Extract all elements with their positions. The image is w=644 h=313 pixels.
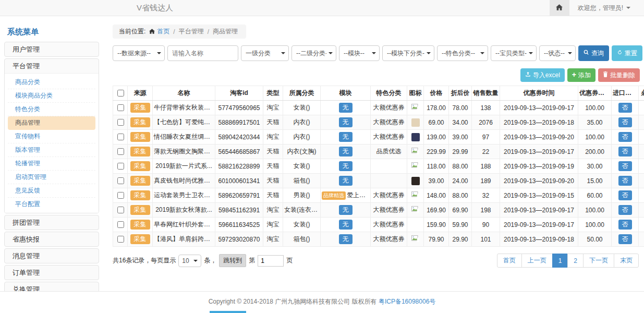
type-cell: 淘宝 xyxy=(263,232,283,247)
import-toggle[interactable]: 否 xyxy=(618,103,632,113)
row-checkbox[interactable] xyxy=(117,177,124,184)
table-row: 采集情侣睡衣女夏丝绸男士...589042420344淘宝内衣()无大额优惠券1… xyxy=(113,130,644,145)
coupon-amount-cell: 200.00 xyxy=(578,145,612,159)
page-number-input[interactable] xyxy=(258,255,284,267)
table-row: 采集运动套装男士卫衣初秋...589620659791天猫男装()品牌精选爱上运… xyxy=(113,188,644,203)
import-toggle[interactable]: 否 xyxy=(618,205,632,215)
must-buy-toggle-cell: 否 xyxy=(639,159,644,174)
module-sub-select[interactable]: --模块下分类-- xyxy=(382,45,434,61)
coupon-amount-cell: 35.00 xyxy=(578,115,612,130)
category1-select[interactable]: 一级分类 xyxy=(241,45,289,61)
product-name: 【港风】单肩斜跨链条... xyxy=(153,232,215,247)
category2-select[interactable]: --二级分类-- xyxy=(291,45,336,61)
import-toggle[interactable]: 否 xyxy=(618,176,632,186)
reset-button[interactable]: 重置 xyxy=(612,45,642,61)
import-toggle[interactable]: 否 xyxy=(618,161,632,171)
import-toggle[interactable]: 否 xyxy=(618,220,632,230)
row-checkbox[interactable] xyxy=(117,119,124,126)
sidebar-item[interactable]: 特色分类 xyxy=(8,103,95,116)
import-toggle[interactable]: 否 xyxy=(618,117,632,127)
breadcrumb-section: 平台管理 xyxy=(179,27,204,36)
sales-cell: 32 xyxy=(472,188,500,203)
source-badge: 采集 xyxy=(130,190,150,200)
price-cell: 79.90 xyxy=(424,232,449,247)
add-button[interactable]: 添加 xyxy=(567,68,596,82)
import-toggle-cell: 否 xyxy=(612,188,639,203)
source-cell: 采集 xyxy=(128,174,153,188)
source-select[interactable]: --数据来源-- xyxy=(113,45,165,61)
row-checkbox[interactable] xyxy=(117,221,124,228)
sidebar-item[interactable]: 轮播管理 xyxy=(8,157,95,171)
item-type-select[interactable]: --宝贝类型-- xyxy=(491,45,537,61)
page-button[interactable]: 首页 xyxy=(497,254,522,268)
price-cell: 139.00 xyxy=(424,130,449,145)
discount-price-cell: 34.00 xyxy=(449,115,472,130)
breadcrumb-home-link[interactable]: 首页 xyxy=(149,27,169,36)
sidebar-item[interactable]: 平台配置 xyxy=(8,198,95,211)
status-select[interactable]: --状态-- xyxy=(539,45,576,61)
module-cell: 无 xyxy=(321,203,371,218)
import-toggle-cell: 否 xyxy=(612,203,639,218)
sidebar-item[interactable]: 模块商品分类 xyxy=(8,89,95,103)
jump-button[interactable]: 跳转到 xyxy=(219,254,246,267)
import-toggle[interactable]: 否 xyxy=(618,190,632,200)
sidebar-group: 拼团管理 xyxy=(4,215,99,230)
source-cell: 采集 xyxy=(128,188,153,203)
sidebar-group-header[interactable]: 平台管理 xyxy=(5,59,99,73)
per-page-select[interactable]: 10 xyxy=(178,255,201,267)
sidebar-item[interactable]: 版本管理 xyxy=(8,143,95,157)
feature-cell: 大额优惠券 xyxy=(371,232,407,247)
row-checkbox[interactable] xyxy=(117,148,124,155)
sidebar-group: 平台管理商品分类模块商品分类特色分类商品管理宣传物料版本管理轮播管理启动页管理意… xyxy=(4,58,99,213)
feature-select[interactable]: --特色分类-- xyxy=(437,45,488,61)
row-checkbox[interactable] xyxy=(117,236,124,243)
must-buy-toggle-cell: 否 xyxy=(639,203,644,218)
type-cell: 天猫 xyxy=(263,188,283,203)
name-search-input[interactable] xyxy=(167,45,238,61)
pagination-bar: 共16条记录，每页显示 10 条， 跳转到 第 页 首页上一页12下一页末页 xyxy=(113,254,640,268)
row-checkbox[interactable] xyxy=(117,104,124,111)
page-button[interactable]: 1 xyxy=(552,254,568,268)
import-toggle[interactable]: 否 xyxy=(618,132,632,142)
user-menu[interactable]: 欢迎您，管理员! xyxy=(578,4,630,13)
icp-link[interactable]: 粤ICP备16098006号 xyxy=(379,298,435,305)
sidebar-item[interactable]: 商品分类 xyxy=(8,76,95,89)
row-checkbox[interactable] xyxy=(117,207,124,213)
broken-image-icon xyxy=(411,105,419,112)
sidebar-group-header[interactable]: 拼团管理 xyxy=(5,215,99,230)
import-toggle-cell: 否 xyxy=(612,145,639,159)
import-excel-button[interactable]: 导入excel xyxy=(520,68,565,82)
icon-cell xyxy=(407,101,424,115)
module-cell: 无 xyxy=(321,174,371,188)
home-button[interactable] xyxy=(550,0,569,16)
page-button[interactable]: 2 xyxy=(567,254,584,268)
sidebar-group-header[interactable]: 用户管理 xyxy=(5,42,99,56)
column-header: 优惠券时间 xyxy=(500,86,578,101)
module-select[interactable]: --模块-- xyxy=(339,45,380,61)
sidebar-group-header[interactable]: 消息管理 xyxy=(5,249,99,263)
sales-cell: 198 xyxy=(472,203,500,218)
sidebar-item[interactable]: 商品管理 xyxy=(8,116,95,130)
import-toggle[interactable]: 否 xyxy=(618,234,632,244)
discount-price-cell: 59.90 xyxy=(449,218,472,232)
sales-cell: 2076 xyxy=(472,115,500,130)
search-button[interactable]: 查询 xyxy=(578,45,609,61)
sidebar-group-header[interactable]: 省惠快报 xyxy=(5,232,99,246)
page-button[interactable]: 下一页 xyxy=(583,254,614,268)
sidebar-item[interactable]: 启动页管理 xyxy=(8,171,95,184)
sidebar-item[interactable]: 意见反馈 xyxy=(8,184,95,198)
select-all-checkbox[interactable] xyxy=(117,90,124,97)
import-toggle[interactable]: 否 xyxy=(618,147,632,156)
must-buy-toggle-cell: 否 xyxy=(639,115,644,130)
row-checkbox[interactable] xyxy=(117,163,124,170)
row-checkbox[interactable] xyxy=(117,192,124,199)
table-row: 采集薄款无钢圈文胸聚拢性...565446685867天猫内衣(文胸)无品质优选… xyxy=(113,145,644,159)
sidebar-item[interactable]: 宣传物料 xyxy=(8,130,95,143)
records-summary: 共16条记录，每页显示 xyxy=(113,256,176,265)
row-checkbox[interactable] xyxy=(117,134,124,140)
page-button[interactable]: 上一页 xyxy=(521,254,553,268)
sidebar-group-header[interactable]: 订单管理 xyxy=(5,266,99,280)
page-button[interactable]: 末页 xyxy=(614,254,639,268)
batch-delete-button[interactable]: 批量删除 xyxy=(598,68,640,82)
sidebar-menu: 用户管理平台管理商品分类模块商品分类特色分类商品管理宣传物料版本管理轮播管理启动… xyxy=(4,42,99,313)
